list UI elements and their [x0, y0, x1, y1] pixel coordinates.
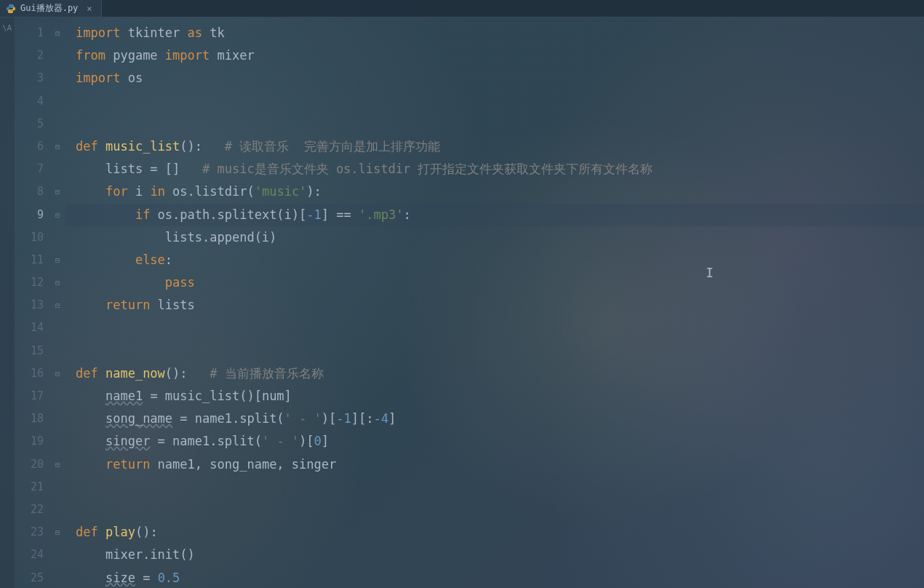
code-line[interactable]: return name1, song_name, singer — [65, 453, 924, 476]
line-number: 4 — [15, 90, 49, 113]
fold-marker — [49, 317, 65, 339]
code-content[interactable]: I import tkinter as tkfrom pygame import… — [65, 17, 924, 588]
fold-marker — [49, 498, 65, 521]
line-number: 2 — [15, 44, 49, 67]
code-line[interactable]: singer = name1.split(' - ')[0] — [65, 430, 924, 453]
line-number: 16 — [15, 362, 49, 385]
fold-marker — [49, 340, 65, 362]
line-number: 14 — [15, 317, 49, 339]
fold-marker — [49, 408, 65, 430]
fold-marker[interactable]: ⊟ — [49, 453, 65, 476]
line-number: 22 — [15, 498, 49, 521]
fold-marker — [49, 544, 65, 566]
line-number: 15 — [15, 340, 49, 362]
code-line[interactable]: song_name = name1.split(' - ')[-1][:-4] — [65, 408, 924, 430]
code-line[interactable] — [65, 90, 924, 113]
close-icon[interactable]: × — [87, 4, 92, 14]
fold-marker[interactable]: ⊟ — [49, 521, 65, 544]
fold-marker[interactable]: ⊟ — [49, 204, 65, 226]
fold-marker — [49, 226, 65, 249]
fold-gutter: ⊟⊟⊟⊟⊟⊟⊟⊟⊟⊟ — [49, 17, 65, 588]
line-number: 17 — [15, 385, 49, 408]
code-line[interactable]: from pygame import mixer — [65, 44, 924, 67]
code-line[interactable]: if os.path.splitext(i)[-1] == '.mp3': — [65, 204, 924, 226]
fold-marker — [49, 113, 65, 135]
fold-marker — [49, 476, 65, 498]
line-number: 8 — [15, 180, 49, 203]
fold-marker[interactable]: ⊟ — [49, 249, 65, 271]
line-number: 21 — [15, 476, 49, 498]
fold-marker[interactable]: ⊟ — [49, 22, 65, 44]
line-number: 19 — [15, 430, 49, 453]
line-number: 20 — [15, 453, 49, 476]
code-line[interactable]: else: — [65, 249, 924, 271]
code-line[interactable]: size = 0.5 — [65, 567, 924, 589]
line-number: 24 — [15, 544, 49, 566]
code-line[interactable] — [65, 317, 924, 339]
text-cursor-icon: I — [706, 265, 714, 280]
line-number: 7 — [15, 158, 49, 180]
fold-marker — [49, 385, 65, 408]
line-number: 13 — [15, 294, 49, 317]
editor-area[interactable]: \A 1234567891011121314151617181920212223… — [0, 17, 924, 588]
code-line[interactable]: lists.append(i) — [65, 226, 924, 249]
code-line[interactable]: def music_list(): # 读取音乐 完善方向是加上排序功能 — [65, 135, 924, 158]
fold-marker[interactable]: ⊟ — [49, 180, 65, 203]
line-number: 10 — [15, 226, 49, 249]
line-number: 23 — [15, 521, 49, 544]
line-number-gutter: 1234567891011121314151617181920212223242… — [15, 17, 49, 588]
margin-label: \A — [0, 23, 15, 33]
tab-filename: Gui播放器.py — [20, 2, 78, 15]
left-margin: \A — [0, 17, 15, 588]
fold-marker[interactable]: ⊟ — [49, 294, 65, 317]
file-tab[interactable]: Gui播放器.py × — [0, 0, 102, 17]
fold-marker — [49, 44, 65, 67]
fold-marker — [49, 567, 65, 589]
code-line[interactable] — [65, 498, 924, 521]
line-number: 5 — [15, 113, 49, 135]
fold-marker[interactable]: ⊟ — [49, 271, 65, 294]
code-line[interactable]: return lists — [65, 294, 924, 317]
fold-marker[interactable]: ⊟ — [49, 135, 65, 158]
line-number: 3 — [15, 67, 49, 90]
code-line[interactable]: pass — [65, 271, 924, 294]
code-line[interactable]: lists = [] # music是音乐文件夹 os.listdir 打开指定… — [65, 158, 924, 180]
tab-bar: Gui播放器.py × — [0, 0, 924, 17]
line-number: 1 — [15, 22, 49, 44]
fold-marker[interactable]: ⊟ — [49, 362, 65, 385]
line-number: 18 — [15, 408, 49, 430]
python-file-icon — [6, 4, 16, 14]
code-line[interactable]: import os — [65, 67, 924, 90]
code-line[interactable]: import tkinter as tk — [65, 22, 924, 44]
code-line[interactable]: def play(): — [65, 521, 924, 544]
code-line[interactable] — [65, 476, 924, 498]
fold-marker — [49, 90, 65, 113]
line-number: 9 — [15, 204, 49, 226]
line-number: 6 — [15, 135, 49, 158]
code-line[interactable]: mixer.init() — [65, 544, 924, 566]
fold-marker — [49, 430, 65, 453]
line-number: 11 — [15, 249, 49, 271]
code-line[interactable]: def name_now(): # 当前播放音乐名称 — [65, 362, 924, 385]
line-number: 25 — [15, 567, 49, 589]
code-line[interactable] — [65, 340, 924, 362]
code-line[interactable]: for i in os.listdir('music'): — [65, 180, 924, 203]
code-line[interactable]: name1 = music_list()[num] — [65, 385, 924, 408]
line-number: 12 — [15, 271, 49, 294]
code-line[interactable] — [65, 113, 924, 135]
fold-marker — [49, 67, 65, 90]
fold-marker — [49, 158, 65, 180]
